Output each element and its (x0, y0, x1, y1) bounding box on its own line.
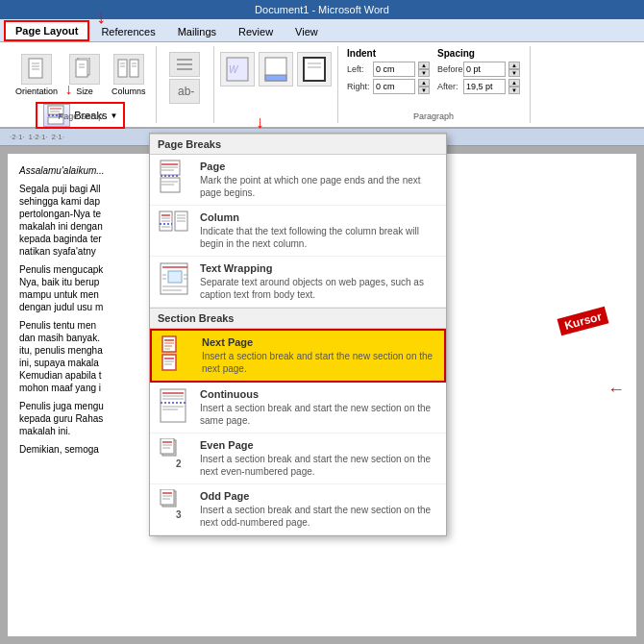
ribbon-group-paragraph: Indent Left: ▲ ▼ Right: ▲ (338, 46, 531, 123)
spacing-before-down[interactable]: ▼ (508, 69, 520, 77)
continuous-icon (158, 388, 192, 423)
dropdown-top-arrow: ↓ (256, 112, 264, 133)
svg-rect-9 (130, 60, 138, 77)
even-page-text: Even Page Insert a section break and sta… (200, 439, 438, 478)
svg-rect-80 (161, 489, 174, 505)
indent-right-input[interactable] (373, 79, 415, 94)
svg-rect-74 (161, 438, 174, 454)
indent-right-down[interactable]: ▼ (418, 87, 430, 94)
spacing-after-down[interactable]: ▼ (508, 87, 520, 94)
arrow-references: ↓ (96, 6, 106, 28)
page-setup-buttons: Orientation Size (12, 52, 150, 98)
svg-rect-27 (304, 58, 325, 81)
ribbon: ↓ Orientation (0, 42, 644, 129)
indent-right-up[interactable]: ▲ (418, 79, 430, 87)
orientation-icon (21, 54, 52, 85)
tab-review[interactable]: Review (228, 20, 284, 41)
spacing-before-up[interactable]: ▲ (508, 62, 520, 69)
indent-left-down[interactable]: ▼ (418, 69, 430, 77)
odd-page-text: Odd Page Insert a section break and star… (200, 490, 438, 529)
svg-rect-8 (118, 60, 127, 77)
break-item-odd-page[interactable]: 3 Odd Page Insert a section break and st… (150, 484, 446, 535)
spacing-label: Spacing (437, 48, 520, 59)
breaks-dropdown-menu: ↓ Page Breaks Page Mark the point at whi… (149, 133, 447, 536)
spacing-before-input[interactable] (463, 62, 506, 77)
page-borders-button[interactable] (297, 52, 332, 87)
indent-spacing-container: Indent Left: ▲ ▼ Right: ▲ (347, 48, 520, 96)
orientation-button[interactable]: Orientation (12, 52, 62, 98)
window-title: Document1 - Microsoft Word (255, 4, 389, 15)
text-wrapping-text: Text Wrapping Separate text around objec… (200, 262, 438, 301)
svg-rect-26 (265, 75, 286, 81)
indent-group: Indent Left: ▲ ▼ Right: ▲ (347, 48, 430, 96)
spacing-after-row: After: ▲ ▼ (437, 79, 520, 94)
spacing-after-up[interactable]: ▲ (508, 79, 520, 87)
indent-left-up[interactable]: ▲ (418, 62, 430, 69)
svg-rect-66 (161, 389, 186, 422)
spacing-group: Spacing Before: ▲ ▼ After: ▲ (437, 48, 520, 96)
indent-left-input[interactable] (373, 62, 415, 77)
column-break-text: Column Indicate that the text following … (200, 211, 438, 250)
columns-icon (113, 54, 144, 85)
page-breaks-title: Page Breaks (150, 134, 446, 155)
indent-left-row: Left: ▲ ▼ (347, 62, 430, 77)
svg-text:3: 3 (176, 509, 182, 520)
svg-rect-57 (162, 336, 176, 352)
line-numbers-button[interactable] (169, 52, 200, 77)
column-break-icon (158, 211, 192, 246)
svg-text:W: W (229, 64, 239, 75)
break-item-text-wrapping[interactable]: Text Wrapping Separate text around objec… (150, 257, 446, 308)
spacing-before-row: Before: ▲ ▼ (437, 62, 520, 77)
ribbon-group-icons: W (214, 46, 338, 123)
ribbon-group-page-setup: Orientation Size (6, 46, 157, 123)
breaks-arrow: ↓ (64, 81, 72, 98)
indent-left-spinner[interactable]: ▲ ▼ (418, 62, 430, 77)
odd-page-icon: 3 (158, 490, 192, 525)
indent-left-label: Left: (347, 64, 370, 74)
continuous-text: Continuous Insert a section break and st… (200, 388, 438, 427)
break-item-page[interactable]: Page Mark the point at which one page en… (150, 155, 446, 206)
watermark-button[interactable]: W (220, 52, 255, 87)
break-item-even-page[interactable]: 2 Even Page Insert a section break and s… (150, 433, 446, 484)
indent-right-row: Right: ▲ ▼ (347, 79, 430, 94)
even-page-icon: 2 (158, 439, 192, 474)
tab-mailings[interactable]: Mailings (167, 20, 227, 41)
tab-page-layout[interactable]: Page Layout (4, 20, 89, 41)
indent-right-spinner[interactable]: ▲ ▼ (418, 79, 430, 94)
tab-view[interactable]: View (285, 20, 329, 41)
ribbon-group-extra: ab- (157, 46, 214, 123)
spacing-after-label: After: (437, 82, 460, 91)
svg-rect-49 (168, 271, 182, 283)
hyphenation-button[interactable]: ab- (169, 79, 200, 104)
svg-rect-0 (29, 59, 42, 78)
page-color-button[interactable] (259, 52, 293, 87)
spacing-after-input[interactable] (463, 79, 506, 94)
svg-rect-5 (76, 60, 87, 77)
spacing-before-label: Before: (437, 64, 460, 74)
indent-right-label: Right: (347, 82, 370, 91)
break-item-next-page[interactable]: Next Page Insert a section break and sta… (150, 329, 446, 383)
icon-group-buttons: W (220, 52, 332, 87)
next-page-text: Next Page Insert a section break and sta… (202, 336, 436, 375)
extra-buttons: ab- (169, 52, 200, 104)
svg-rect-62 (162, 355, 176, 370)
next-page-icon (160, 336, 194, 371)
page-break-icon (158, 161, 192, 195)
columns-button[interactable]: Columns (108, 52, 150, 98)
spacing-after-spinner[interactable]: ▲ ▼ (508, 79, 520, 94)
section-breaks-title: Section Breaks (150, 308, 446, 329)
text-wrapping-icon (158, 262, 192, 297)
page-break-text: Page Mark the point at which one page en… (200, 161, 438, 199)
paragraph-label: Paragraph (338, 111, 530, 121)
page-setup-label: Page Setup (6, 111, 156, 121)
svg-text:2: 2 (176, 458, 182, 469)
indent-label: Indent (347, 48, 430, 59)
size-icon (69, 54, 100, 85)
break-item-continuous[interactable]: Continuous Insert a section break and st… (150, 383, 446, 433)
svg-text:ab-: ab- (178, 85, 194, 98)
spacing-before-spinner[interactable]: ▲ ▼ (508, 62, 520, 77)
kursor-arrow: ← (607, 380, 625, 400)
break-item-column[interactable]: Column Indicate that the text following … (150, 206, 446, 257)
